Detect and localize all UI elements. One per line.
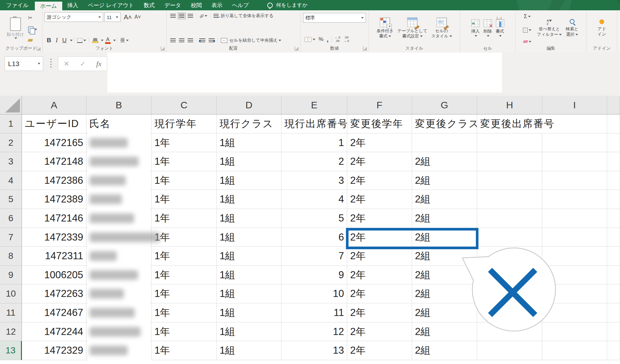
- cell-A3[interactable]: 1472148: [22, 152, 86, 171]
- cell-D2[interactable]: 1組: [217, 133, 281, 152]
- borders-button[interactable]: [77, 38, 86, 43]
- cancel-icon[interactable]: ✕: [64, 60, 69, 68]
- insert-function-icon[interactable]: fx: [96, 60, 102, 68]
- cell-E10[interactable]: 10: [281, 284, 347, 303]
- column-header-C[interactable]: C: [152, 96, 217, 114]
- tab-3[interactable]: ページ レイアウト: [83, 0, 139, 10]
- column-header-H[interactable]: H: [477, 96, 542, 114]
- row-header-5[interactable]: 5: [0, 190, 22, 209]
- insert-cells-button[interactable]: 挿入: [471, 19, 480, 36]
- cell-E7[interactable]: 6: [281, 228, 347, 247]
- cell-F13[interactable]: 2年: [347, 341, 412, 360]
- cell-D12[interactable]: 1組: [217, 322, 281, 341]
- cell-J12[interactable]: [607, 322, 620, 341]
- cell-E1[interactable]: 現行出席番号: [281, 114, 347, 133]
- tab-6[interactable]: 校閲: [186, 0, 207, 10]
- align-left-button[interactable]: [170, 38, 176, 43]
- cell-J5[interactable]: [607, 190, 620, 209]
- cell-C2[interactable]: 1年: [152, 133, 217, 152]
- addins-button[interactable]: アドイン: [597, 19, 606, 37]
- cell-A6[interactable]: 1472146: [22, 209, 86, 228]
- cell-D7[interactable]: 1組: [217, 228, 281, 247]
- tab-2[interactable]: 挿入: [62, 0, 83, 10]
- cell-C11[interactable]: 1年: [152, 303, 217, 322]
- cell-J4[interactable]: [607, 171, 620, 190]
- align-middle-button[interactable]: [179, 14, 184, 18]
- tell-me-box[interactable]: 何をしますか: [267, 0, 308, 10]
- fill-button[interactable]: ↓: [523, 28, 531, 33]
- cell-G2[interactable]: [412, 133, 477, 152]
- italic-button[interactable]: I: [56, 37, 58, 44]
- cell-J13[interactable]: [607, 341, 620, 360]
- cell-C12[interactable]: 1年: [152, 322, 217, 341]
- fill-color-button[interactable]: [92, 38, 98, 43]
- tab-8[interactable]: ヘルプ: [227, 0, 254, 10]
- cell-C6[interactable]: 1年: [152, 209, 217, 228]
- cell-H4[interactable]: [477, 171, 542, 190]
- format-painter-button[interactable]: [27, 39, 33, 42]
- column-header-I[interactable]: I: [542, 96, 607, 114]
- row-header-10[interactable]: 10: [0, 284, 22, 303]
- autosum-button[interactable]: Σ: [524, 13, 531, 20]
- tab-7[interactable]: 表示: [207, 0, 227, 10]
- number-dialog-launcher[interactable]: [363, 46, 367, 51]
- orientation-button[interactable]: ab: [199, 14, 207, 18]
- cell-F11[interactable]: 2年: [347, 303, 412, 322]
- enter-icon[interactable]: ✓: [80, 60, 86, 68]
- cell-D4[interactable]: 1組: [217, 171, 281, 190]
- row-header-13[interactable]: 13: [0, 341, 22, 360]
- row-header-3[interactable]: 3: [0, 152, 22, 171]
- cell-H3[interactable]: [477, 152, 542, 171]
- tab-4[interactable]: 数式: [139, 0, 160, 10]
- cell-G4[interactable]: 2組: [412, 171, 477, 190]
- cell-J9[interactable]: [607, 266, 620, 284]
- cell-I4[interactable]: [542, 171, 607, 190]
- cell-D9[interactable]: 1組: [217, 266, 281, 284]
- cell-H2[interactable]: [477, 133, 542, 152]
- cell-E11[interactable]: 11: [281, 303, 347, 322]
- paste-button[interactable]: 貼り付け: [5, 17, 25, 39]
- column-header-E[interactable]: E: [281, 96, 347, 114]
- font-size-select[interactable]: 11: [104, 12, 121, 22]
- name-box-resizer[interactable]: [50, 59, 52, 69]
- cell-E6[interactable]: 5: [281, 209, 347, 228]
- merge-center-button[interactable]: セルを結合して中央揃え: [221, 37, 281, 43]
- decrease-font-icon[interactable]: A˅: [134, 14, 141, 20]
- cell-I6[interactable]: [542, 209, 607, 228]
- comma-style-button[interactable]: ,: [327, 35, 329, 43]
- cell-D1[interactable]: 現行クラス: [217, 114, 281, 133]
- cell-G6[interactable]: 2組: [412, 209, 477, 228]
- cell-C5[interactable]: 1年: [152, 190, 217, 209]
- bold-button[interactable]: B: [47, 37, 51, 44]
- cell-C7[interactable]: 1年: [152, 228, 217, 247]
- cell-A5[interactable]: 1472389: [22, 190, 86, 209]
- cell-E8[interactable]: 7: [281, 247, 347, 266]
- select-all-button[interactable]: [0, 96, 22, 114]
- row-header-8[interactable]: 8: [0, 247, 22, 266]
- clipboard-dialog-launcher[interactable]: [37, 46, 41, 51]
- cell-A9[interactable]: 1006205: [22, 266, 86, 284]
- cell-D11[interactable]: 1組: [217, 303, 281, 322]
- wrap-text-button[interactable]: 折り返して全体を表示する: [213, 13, 273, 19]
- cell-F10[interactable]: 2年: [347, 284, 412, 303]
- cell-D10[interactable]: 1組: [217, 284, 281, 303]
- sort-filter-button[interactable]: AZ 並べ替えとフィルター: [537, 19, 562, 37]
- cell-E4[interactable]: 3: [281, 171, 347, 190]
- row-header-9[interactable]: 9: [0, 266, 22, 284]
- cell-C4[interactable]: 1年: [152, 171, 217, 190]
- cell-E13[interactable]: 13: [281, 341, 347, 360]
- cell-B1[interactable]: 氏名: [86, 114, 152, 133]
- cell-styles-button[interactable]: セルのスタイル: [431, 17, 452, 39]
- number-format-select[interactable]: 標準: [303, 13, 366, 23]
- cell-J7[interactable]: [607, 228, 620, 247]
- cell-H6[interactable]: [477, 209, 542, 228]
- column-header-F[interactable]: F: [347, 96, 412, 114]
- row-header-1[interactable]: 1: [0, 114, 22, 133]
- align-top-button[interactable]: [170, 14, 176, 18]
- row-header-4[interactable]: 4: [0, 171, 22, 190]
- row-header-7[interactable]: 7: [0, 228, 22, 247]
- cell-C13[interactable]: 1年: [152, 341, 217, 360]
- font-name-select[interactable]: 游ゴシック: [44, 12, 103, 22]
- column-header-J[interactable]: [607, 96, 620, 114]
- cell-C9[interactable]: 1年: [152, 266, 217, 284]
